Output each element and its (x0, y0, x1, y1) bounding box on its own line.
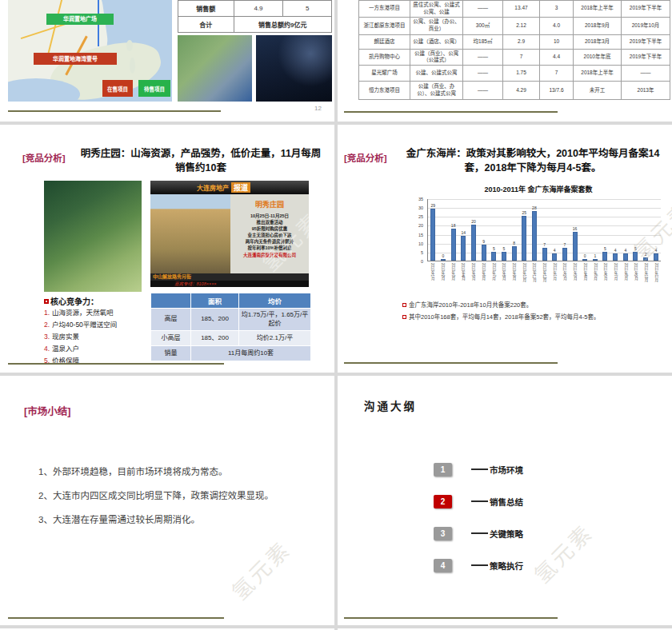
donggang-table-body: 一方东港项目居住式公寓、公建式公寓、公建——13.4732018年上半年2019… (359, 1, 670, 100)
news-hotline: 嘉宾专线：8108×××× (150, 281, 309, 287)
table-cell: 11月每周约10套 (191, 346, 311, 361)
table-cell: 4.0 (540, 17, 574, 34)
table-cell: 销售总额约9亿元 (234, 17, 331, 33)
note-text: 其中2010年168套，平均每月14套，2018年备案52套，平均每月4-5套。 (409, 311, 599, 323)
list-item-number: 1. (44, 309, 50, 317)
x-tick: 2010年8月 (498, 263, 509, 293)
slide-thumbnail-13[interactable]: 一方东港项目居住式公寓、公建式公寓、公建——13.4732018年上半年2019… (338, 0, 672, 122)
table-row: 朗廷酒店公建（酒店、公寓）均185㎡2.9102018年3月2019年下半年 (359, 34, 670, 49)
note-text: 金广东海岸2010年-2018年10月共备案220套。 (409, 299, 532, 311)
x-tick-label: 2011年2月 (562, 263, 566, 293)
outline-number-badge: 2 (434, 495, 452, 508)
bar (562, 248, 567, 261)
bar-slot: 0 (580, 199, 590, 261)
bar (593, 259, 598, 261)
x-tick-label: 2010年8月 (501, 263, 506, 293)
bar-value-label: 20 (471, 219, 476, 224)
slide-thumbnail-12[interactable]: 华润置地广场 华润置地海湾壹号 在售项目 待售项目 销售额 4.9 5 合计 销… (0, 0, 334, 122)
table-cell: —— (463, 82, 503, 100)
table-header-cell: 面积 (191, 293, 239, 309)
bar-value-label: 1 (594, 253, 596, 258)
slide-thumbnail-outline[interactable]: 沟通大纲 1市场环境2销售总结3关键策略4策略执行 (338, 376, 672, 625)
x-tick-label: 2011年8月 (623, 263, 628, 293)
bar-value-label: 16 (573, 226, 578, 231)
outline-label: 销售总结 (490, 496, 523, 508)
bar-slot: 18 (448, 199, 458, 261)
outline-number-badge: 4 (434, 559, 452, 572)
x-tick-label: 2010年1月 (430, 263, 434, 293)
x-tick-label: 2011年7月 (613, 263, 618, 293)
bar-value-label: 4 (614, 248, 617, 253)
table-cell: 2018年9月 (574, 17, 622, 34)
bar-value-label: 0 (584, 253, 586, 258)
x-tick-label: 2011年3月 (572, 263, 577, 293)
bar-slot: 25 (519, 199, 530, 261)
list-item-text: 现房实景 (52, 333, 79, 341)
chart-title: 2010-2011年 金广东海岸备案套数 (410, 184, 667, 194)
news-badge: 报道 (231, 182, 250, 193)
bar (441, 259, 446, 261)
bar-value-label: 0 (442, 253, 445, 258)
x-tick: 2011年2月 (559, 263, 570, 293)
news-channel-label: 大连房地产 (197, 183, 229, 192)
slide-thumbnail-jinguangdong[interactable]: [竞品分析] 金广东海岸：政策对其影响较大，2010年平均每月备案14套，201… (338, 125, 672, 373)
table-cell: 恒力东港项目 (359, 82, 410, 100)
bar (542, 248, 547, 261)
dash-line (471, 564, 488, 566)
bar (532, 211, 537, 261)
x-tick: 2010年3月 (447, 263, 458, 293)
outline-item[interactable]: 4策略执行 (434, 549, 523, 581)
table-cell: 销售额 (178, 1, 234, 17)
chart-y-axis: 35302520151050 (410, 199, 426, 261)
x-tick: 2011年1月 (549, 263, 559, 293)
table-cell: 185、200 (191, 309, 239, 331)
outline-label: 关键策略 (490, 528, 523, 540)
bar-slot: 7 (560, 199, 570, 261)
news-address: 中山解放路秀月街 (150, 273, 309, 281)
outline-item[interactable]: 3关键策略 (434, 517, 523, 549)
slide-thumbnail-mingxiu[interactable]: [竞品分析] 明秀庄园：山海资源，产品强势，低价走量，11月每周销售约10套 大… (0, 125, 334, 373)
x-tick-label: 2011年9月 (633, 263, 638, 293)
chart-bars: 290181420955825287471601544524 (428, 199, 661, 261)
list-item: 3.现房实景 (44, 331, 148, 343)
bar (461, 236, 466, 261)
bar-value-label: 5 (634, 246, 637, 251)
bar-value-label: 4 (624, 248, 626, 253)
bar-slot: 5 (600, 199, 610, 261)
slide-thumbnail-summary[interactable]: [市场小结] 1、外部环境趋稳，目前市场环境将成为常态。2、大连市内四区成交同比… (0, 376, 334, 625)
outline-item[interactable]: 2销售总结 (434, 485, 523, 517)
table-cell: 2018年3月 (574, 34, 622, 49)
table-cell: 公建（商业）、公寓（公建式） (410, 49, 463, 66)
x-tick: 2010年7月 (488, 263, 498, 293)
bar-value-label: 2 (645, 252, 647, 257)
table-header-cell: 均价 (239, 293, 311, 309)
table-header-cell (151, 293, 191, 309)
bar-slot: 28 (530, 199, 540, 261)
table-cell: 4.4 (540, 49, 574, 66)
page-number: 12 (314, 105, 322, 112)
outline-item[interactable]: 1市场环境 (434, 453, 523, 485)
core-strengths-title: 核心竞争力： (50, 295, 98, 307)
bar-value-label: 5 (503, 246, 506, 251)
x-tick: 2011年6月 (600, 263, 610, 293)
bar-slot: 9 (478, 199, 489, 261)
slide-footer-line (344, 362, 558, 364)
square-bullet-icon (44, 299, 49, 304)
table-cell: 4.29 (503, 82, 540, 100)
bar-slot: 20 (469, 199, 479, 261)
location-map: 华润置地广场 华润置地海湾壹号 在售项目 待售项目 (8, 0, 172, 102)
bar-value-label: 7 (563, 242, 566, 247)
outline-list: 1市场环境2销售总结3关键策略4策略执行 (434, 453, 523, 581)
bar (451, 229, 456, 261)
map-island (130, 58, 135, 74)
aerial-render-night-photo (256, 35, 332, 102)
bar-value-label: 5 (493, 246, 495, 251)
x-tick-label: 2011年4月 (582, 263, 587, 293)
bar (633, 252, 638, 261)
x-tick-label: 2010年6月 (481, 263, 486, 293)
table-cell: 2.12 (503, 17, 540, 34)
x-tick: 2010年6月 (478, 263, 489, 293)
map-label-huarun-plaza: 华润置地广场 (46, 14, 114, 25)
news-banner: 大连房地产 报道 (150, 181, 309, 194)
x-tick-label: 2011年1月 (552, 263, 557, 293)
